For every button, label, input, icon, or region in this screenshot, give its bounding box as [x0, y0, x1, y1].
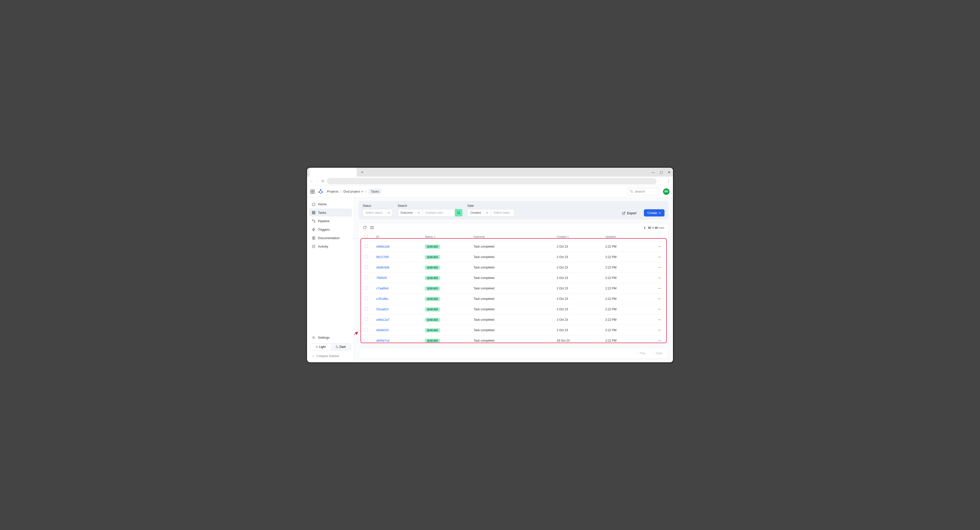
breadcrumb-projects[interactable]: Projects: [327, 190, 339, 193]
sidebar-item-home[interactable]: Home: [309, 200, 352, 208]
pagination-bar: ← Prev → Next: [359, 348, 668, 359]
table-row[interactable]: a49a12a7 QUEUED Task completed 2 Oct 23 …: [359, 314, 668, 325]
filter-status-select[interactable]: Select status: [363, 209, 393, 217]
next-page-button[interactable]: → Next: [650, 351, 664, 356]
export-button[interactable]: Export: [619, 210, 639, 217]
grid-icon: [312, 211, 315, 214]
svg-rect-8: [312, 213, 313, 214]
sidebar-item-tasks[interactable]: Tasks: [309, 209, 352, 217]
row-actions-button[interactable]: ⋯: [651, 325, 668, 335]
filter-search-mode-select[interactable]: Outcome: [398, 209, 423, 217]
sidebar-item-label: Tasks: [318, 211, 326, 214]
updated-cell: 2:22 PM: [602, 273, 651, 283]
global-search-input[interactable]: Search: [627, 188, 660, 195]
moon-icon: [336, 345, 339, 348]
chevron-down-icon: [361, 190, 363, 193]
chevron-down-icon: [417, 211, 420, 214]
task-id-link[interactable]: a845e7cd: [376, 339, 390, 342]
collapse-sidebar-label: Collapse Sidebar: [317, 354, 339, 358]
table-row[interactable]: 03caa61f QUEUED Task completed 2 Oct 23 …: [359, 304, 668, 314]
sidebar-item-pipeline[interactable]: Pipeline: [309, 217, 352, 225]
table-row[interactable]: c291dfec QUEUED Task completed 2 Oct 23 …: [359, 294, 668, 304]
row-checkbox[interactable]: [359, 262, 374, 273]
row-actions-button[interactable]: ⋯: [651, 273, 668, 283]
user-avatar[interactable]: BB: [663, 188, 670, 195]
row-checkbox[interactable]: [359, 335, 374, 345]
sidebar-item-activity[interactable]: Activity: [309, 243, 352, 250]
product-logo-icon[interactable]: [318, 189, 323, 194]
table-row[interactable]: a845e7cd QUEUED Task completed 18 Oct 23…: [359, 335, 668, 345]
table-row[interactable]: dfa9e020 QUEUED Task completed 2 Oct 23 …: [359, 325, 668, 335]
row-checkbox[interactable]: [359, 252, 374, 262]
row-actions-button[interactable]: ⋯: [651, 252, 668, 262]
filter-search-input[interactable]: Contains text...: [423, 209, 455, 217]
forward-button[interactable]: →: [315, 179, 319, 183]
updated-cell: 2:22 PM: [602, 252, 651, 262]
new-tab-button[interactable]: ＋: [359, 169, 365, 175]
table-row[interactable]: e8b6a1db QUEUED Task completed 2 Oct 23 …: [359, 241, 668, 252]
row-checkbox[interactable]: [359, 294, 374, 304]
browser-tab[interactable]: [310, 168, 357, 177]
row-actions-button[interactable]: ⋯: [651, 314, 668, 325]
sidebar-item-settings[interactable]: Settings: [309, 334, 352, 342]
row-actions-button[interactable]: ⋯: [651, 304, 668, 314]
row-actions-button[interactable]: ⋯: [651, 335, 668, 345]
row-checkbox[interactable]: [359, 304, 374, 314]
header-checkbox[interactable]: [359, 232, 374, 241]
filter-search-submit-button[interactable]: [455, 209, 462, 217]
row-actions-button[interactable]: ⋯: [651, 283, 668, 294]
task-id-link[interactable]: c7aa6fed: [376, 287, 388, 290]
task-id-link[interactable]: ddd8c8d8: [376, 266, 390, 269]
task-id-link[interactable]: c291dfec: [376, 297, 388, 300]
filter-date-range-input[interactable]: Select dates: [491, 209, 515, 217]
panel-toggle-button[interactable]: [370, 226, 374, 230]
arrow-left-icon: ←: [636, 351, 639, 355]
table-row[interactable]: c7aa6fed QUEUED Task completed 2 Oct 23 …: [359, 283, 668, 294]
breadcrumb-separator: /: [366, 190, 366, 193]
row-checkbox[interactable]: [359, 314, 374, 325]
table-row[interactable]: 7f90fcf3 QUEUED Task completed 2 Oct 23 …: [359, 273, 668, 283]
svg-point-2: [321, 192, 323, 193]
theme-light-label: Light: [319, 345, 326, 349]
search-icon: [630, 190, 633, 193]
collapse-sidebar-button[interactable]: Collapse Sidebar: [309, 352, 352, 360]
task-id-link[interactable]: e8b6a1db: [376, 245, 390, 248]
table-row[interactable]: 9b217b5f QUEUED Task completed 2 Oct 23 …: [359, 252, 668, 262]
sidebar-item-triggers[interactable]: Triggers: [309, 225, 352, 233]
row-checkbox[interactable]: [359, 283, 374, 294]
breadcrumb-current[interactable]: Tasks: [368, 188, 382, 194]
refresh-button[interactable]: [363, 226, 367, 230]
header-status[interactable]: Status⇅: [422, 232, 471, 241]
close-window-button[interactable]: ✕: [668, 171, 670, 174]
prev-page-button[interactable]: ← Prev: [634, 351, 648, 356]
back-button[interactable]: ←: [310, 179, 313, 183]
task-id-link[interactable]: dfa9e020: [376, 329, 389, 332]
tasks-table: ID Status⇅ Outcome Created⇅ Updated↓ e8b…: [359, 232, 668, 344]
create-button[interactable]: Create: [644, 209, 665, 217]
header-updated[interactable]: Updated↓: [602, 232, 651, 241]
row-actions-button[interactable]: ⋯: [651, 294, 668, 304]
table-row[interactable]: ddd8c8d8 QUEUED Task completed 2 Oct 23 …: [359, 262, 668, 273]
row-actions-button[interactable]: ⋯: [651, 241, 668, 252]
maximize-button[interactable]: ▢: [660, 171, 663, 174]
task-id-link[interactable]: 03caa61f: [376, 308, 388, 311]
header-created[interactable]: Created⇅: [554, 232, 602, 241]
minimize-button[interactable]: —: [652, 171, 655, 174]
task-id-link[interactable]: 9b217b5f: [376, 255, 389, 259]
browser-menu-button[interactable]: ⋮: [667, 179, 670, 184]
status-badge: QUEUED: [425, 307, 440, 311]
url-bar[interactable]: [327, 178, 657, 184]
app-switcher-icon[interactable]: [310, 190, 315, 193]
row-checkbox[interactable]: [359, 241, 374, 252]
filter-date-mode-select[interactable]: Created: [468, 209, 491, 217]
breadcrumb-project[interactable]: Dud project: [344, 190, 363, 193]
task-id-link[interactable]: a49a12a7: [376, 318, 390, 321]
theme-light-button[interactable]: Light: [310, 344, 331, 350]
row-checkbox[interactable]: [359, 273, 374, 283]
theme-dark-button[interactable]: Dark: [331, 344, 351, 350]
row-checkbox[interactable]: [359, 325, 374, 335]
row-actions-button[interactable]: ⋯: [651, 262, 668, 273]
task-id-link[interactable]: 7f90fcf3: [376, 276, 387, 280]
reload-button[interactable]: ⟳: [321, 179, 325, 183]
sidebar-item-documentation[interactable]: Documentation: [309, 234, 352, 242]
